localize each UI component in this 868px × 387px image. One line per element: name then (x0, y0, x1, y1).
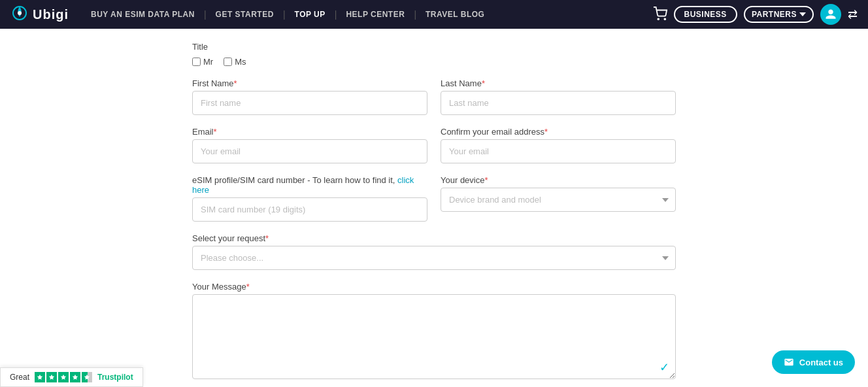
esim-device-row: eSIM profile/SIM card number - To learn … (192, 175, 676, 222)
navbar-right: BUSINESS PARTNERS ⇄ (653, 4, 858, 25)
star-1 (35, 372, 45, 382)
nav-buy[interactable]: BUY AN eSIM DATA PLAN (82, 10, 204, 19)
esim-col: eSIM profile/SIM card number - To learn … (192, 175, 427, 222)
envelope-icon (784, 357, 794, 367)
ms-checkbox-label[interactable]: Ms (224, 57, 246, 67)
esim-label: eSIM profile/SIM card number - To learn … (192, 175, 427, 195)
star-3 (58, 372, 69, 382)
business-button[interactable]: BUSINESS (674, 6, 737, 23)
cart-button[interactable] (653, 7, 667, 23)
svg-point-1 (18, 11, 22, 15)
title-section: Title Mr Ms (192, 42, 676, 67)
contact-form: Title Mr Ms First Name* (192, 42, 676, 381)
star-4 (70, 372, 80, 382)
stars-row (35, 372, 92, 382)
message-textarea[interactable] (192, 294, 676, 379)
mr-checkbox-label[interactable]: Mr (192, 57, 213, 67)
message-section: Your Message* ✓ (192, 282, 676, 381)
last-name-col: Last Name* (441, 78, 676, 115)
first-name-label: First Name* (192, 78, 427, 88)
email-input[interactable] (192, 139, 427, 163)
device-label: Your device* (441, 175, 676, 185)
confirm-email-label: Confirm your email address* (441, 127, 676, 137)
textarea-check-icon: ✓ (659, 360, 669, 375)
nav-get-started[interactable]: GET STARTED (207, 10, 283, 19)
ms-checkbox[interactable] (224, 58, 232, 66)
nav-top-up[interactable]: TOP UP (286, 10, 335, 19)
contact-us-button[interactable]: Contact us (772, 350, 855, 374)
trustpilot-bar: Great Trustpilot (0, 367, 143, 387)
navbar: Ubigi BUY AN eSIM DATA PLAN | GET STARTE… (0, 0, 868, 29)
nav-travel[interactable]: TRAVEL BLOG (416, 10, 493, 19)
request-row: Select your request* Please choose... (192, 233, 676, 270)
title-checkboxes: Mr Ms (192, 57, 676, 67)
main-content: Title Mr Ms First Name* (94, 29, 774, 387)
esim-input[interactable] (192, 197, 427, 222)
contact-btn-label: Contact us (799, 358, 843, 367)
confirm-email-col: Confirm your email address* (441, 127, 676, 163)
email-row: Email* Confirm your email address* (192, 127, 676, 163)
logo[interactable]: Ubigi (10, 5, 69, 24)
ms-label: Ms (235, 57, 246, 67)
first-name-col: First Name* (192, 78, 427, 115)
email-col: Email* (192, 127, 427, 163)
confirm-email-input[interactable] (441, 139, 676, 163)
device-col: Your device* Device brand and model (441, 175, 676, 222)
mr-checkbox[interactable] (192, 58, 201, 66)
request-label: Select your request* (192, 233, 676, 243)
star-2 (46, 372, 57, 382)
trustpilot-brand: Trustpilot (97, 373, 133, 382)
nav-help[interactable]: HELP CENTER (337, 10, 414, 19)
message-wrap: ✓ (192, 294, 676, 381)
last-name-label: Last Name* (441, 78, 676, 88)
title-label: Title (192, 42, 676, 52)
first-name-input[interactable] (192, 91, 427, 115)
language-icon[interactable]: ⇄ (848, 7, 858, 22)
star-5-half (82, 372, 92, 382)
partners-button[interactable]: PARTNERS (744, 6, 814, 23)
trustpilot-great-label: Great (10, 373, 29, 382)
last-name-input[interactable] (441, 91, 676, 115)
user-avatar[interactable] (820, 4, 841, 25)
logo-text: Ubigi (33, 7, 69, 22)
request-select[interactable]: Please choose... (192, 246, 676, 270)
svg-point-2 (658, 18, 659, 20)
svg-point-3 (664, 18, 665, 20)
email-label: Email* (192, 127, 427, 137)
device-select[interactable]: Device brand and model (441, 188, 676, 212)
name-row: First Name* Last Name* (192, 78, 676, 115)
mr-label: Mr (203, 57, 213, 67)
navbar-links: BUY AN eSIM DATA PLAN | GET STARTED | TO… (82, 9, 653, 20)
message-label: Your Message* (192, 282, 676, 292)
